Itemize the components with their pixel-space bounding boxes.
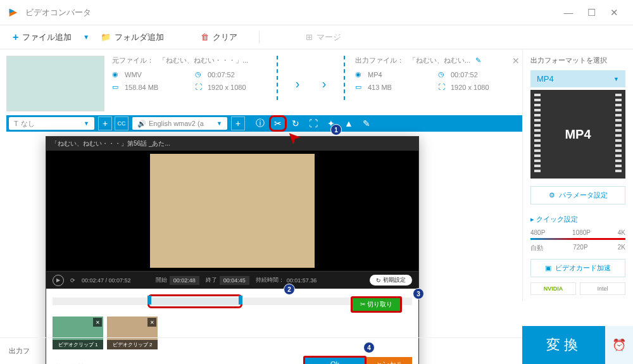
gpu-accel-button[interactable]: ▣ビデオカード加速: [530, 259, 625, 277]
titlebar: ビデオコンバータ — ☐ ✕: [0, 0, 633, 25]
remove-file-icon[interactable]: ✕: [512, 56, 520, 66]
subtitle-tool-icon[interactable]: ✎: [358, 115, 375, 132]
cut-button[interactable]: ✂ 切り取り: [351, 296, 402, 313]
end-label: 終了: [206, 276, 217, 284]
output-file-name: 「ねむい、ねむい...: [409, 56, 470, 65]
nvidia-logo: NVIDIA: [530, 282, 576, 295]
merge-button[interactable]: ⊞マージ: [301, 29, 346, 46]
app-logo-icon: [8, 7, 19, 18]
main-toolbar: +ファイル追加 ▼ 📁フォルダ追加 🗑クリア ⊞マージ: [0, 25, 633, 49]
trim-start-handle[interactable]: [147, 296, 151, 304]
intel-logo: Intel: [580, 282, 625, 295]
quality-slider[interactable]: [530, 238, 625, 240]
output-size: 413 MB: [368, 84, 392, 91]
file-item-row: 元ファイル：「ねむい、ねむい・・・」... ◉WMV ◷00:07:52 ▭15…: [6, 56, 522, 111]
add-file-button[interactable]: +ファイル追加: [8, 29, 77, 46]
resolution-icon: ⛶: [195, 83, 204, 92]
refresh-icon: ↻: [376, 277, 381, 284]
param-label: パラメータ設定: [559, 191, 608, 200]
trim-timeline[interactable]: ✂ 切り取り: [53, 298, 412, 305]
output-resolution: 1920 x 1080: [451, 84, 489, 91]
clock-icon: ◷: [438, 70, 447, 79]
sidebar: 出力フォーマットを選択 MP4▼ MP4 ⚙パラメータ設定 ▸ クイック設定 4…: [522, 49, 633, 301]
chip-icon: ▣: [545, 264, 551, 272]
play-button[interactable]: ▶: [53, 275, 64, 286]
playback-time: 00:02:47 / 00:07:52: [82, 277, 131, 284]
reset-label: 初期設定: [383, 276, 406, 284]
trim-end-handle[interactable]: [239, 296, 242, 304]
divider-dashed: [277, 56, 278, 100]
clip-close-icon[interactable]: ✕: [93, 318, 102, 327]
maximize-button[interactable]: ☐: [580, 3, 603, 23]
bottom-bar: 出力フ: [0, 337, 522, 364]
duration-label: 持続時間：: [256, 276, 284, 284]
sliders-icon: ⚙: [549, 191, 555, 199]
source-resolution: 1920 x 1080: [208, 84, 246, 91]
clear-label: クリア: [213, 32, 237, 43]
app-title: ビデオコンバータ: [25, 7, 557, 18]
chevron-right-icon: ›: [322, 77, 327, 91]
folder-plus-icon: 📁: [101, 32, 111, 42]
scissors-icon: ✂: [360, 301, 365, 308]
annotation-badge-1: 1: [330, 124, 342, 135]
trash-icon: 🗑: [201, 32, 209, 42]
output-format: MP4: [368, 71, 382, 78]
convert-button[interactable]: 変換: [522, 326, 605, 364]
cc-button[interactable]: CC: [115, 116, 128, 130]
add-audio-button[interactable]: +: [231, 116, 245, 130]
cut-label: 切り取り: [367, 301, 392, 308]
annotation-badge-2: 2: [284, 284, 295, 295]
video-preview: [46, 151, 418, 271]
watermark-tool-icon[interactable]: ▲: [340, 115, 358, 132]
loop-icon[interactable]: ⟳: [70, 277, 75, 284]
cut-tool-icon[interactable]: ✂: [269, 115, 287, 132]
gpu-label: ビデオカード加速: [555, 263, 611, 273]
merge-label: マージ: [316, 32, 341, 43]
audio-track-value: English wmav2 (a: [149, 120, 214, 127]
start-time-input[interactable]: 00:02:48: [170, 276, 199, 285]
format-icon: ◉: [355, 70, 364, 79]
clip-close-icon[interactable]: ✕: [147, 318, 156, 327]
duration-value: 00:01:57.36: [287, 277, 317, 284]
source-thumbnail[interactable]: [6, 56, 104, 111]
add-subtitle-button[interactable]: +: [98, 116, 112, 130]
quality-labels-bottom: 自動720P2K: [530, 244, 625, 253]
add-file-label: ファイル追加: [22, 32, 72, 43]
clear-button[interactable]: 🗑クリア: [196, 29, 242, 46]
annotation-badge-3: 3: [413, 288, 424, 299]
reset-button[interactable]: ↻初期設定: [370, 275, 412, 286]
format-section-label: 出力フォーマットを選択: [530, 56, 625, 65]
format-preview: MP4: [530, 90, 625, 179]
clock-icon: ⏰: [612, 338, 626, 352]
quick-settings-label: ▸ クイック設定: [530, 215, 625, 224]
format-icon: ◉: [112, 70, 121, 79]
source-file-name: 「ねむい、ねむい・・・」...: [159, 56, 248, 65]
source-file-label: 元ファイル：: [112, 56, 154, 65]
info-tool-icon[interactable]: ⓘ: [251, 115, 269, 132]
resolution-icon: ⛶: [438, 83, 447, 92]
audio-track-select[interactable]: 🔊English wmav2 (a▼: [132, 117, 227, 130]
format-select[interactable]: MP4▼: [530, 70, 625, 87]
edit-name-icon[interactable]: ✎: [475, 56, 481, 65]
minimize-button[interactable]: —: [557, 3, 580, 23]
add-file-dropdown-icon[interactable]: ▼: [83, 34, 89, 41]
dialog-title: 「ねむい、ねむい・・・」第56話 _あた...: [46, 137, 418, 151]
source-format: WMV: [125, 71, 142, 78]
plus-icon: +: [13, 32, 18, 43]
playback-controls: ▶ ⟳ 00:02:47 / 00:07:52 開始00:02:48 終了00:…: [46, 271, 418, 289]
subtitle-value: なし: [21, 119, 81, 129]
chevron-down-icon: ▼: [84, 120, 89, 127]
edit-bar: Tなし▼ + CC 🔊English wmav2 (a▼ + ⓘ ✂ ↻ ⛶ ✦…: [6, 115, 522, 132]
end-time-input[interactable]: 00:04:45: [220, 276, 249, 285]
start-label: 開始: [156, 276, 167, 284]
source-info-col: 元ファイル：「ねむい、ねむい・・・」... ◉WMV ◷00:07:52 ▭15…: [112, 56, 266, 111]
crop-tool-icon[interactable]: ⛶: [304, 115, 322, 132]
add-folder-button[interactable]: 📁フォルダ追加: [96, 29, 169, 46]
parameter-settings-button[interactable]: ⚙パラメータ設定: [530, 186, 625, 204]
quality-labels-top: 480P1080P4K: [530, 229, 625, 236]
source-duration: 00:07:52: [208, 71, 235, 78]
timer-button[interactable]: ⏰: [605, 326, 633, 364]
text-icon: T: [14, 120, 18, 127]
window-close-button[interactable]: ✕: [603, 3, 625, 23]
subtitle-select[interactable]: Tなし▼: [9, 117, 94, 130]
